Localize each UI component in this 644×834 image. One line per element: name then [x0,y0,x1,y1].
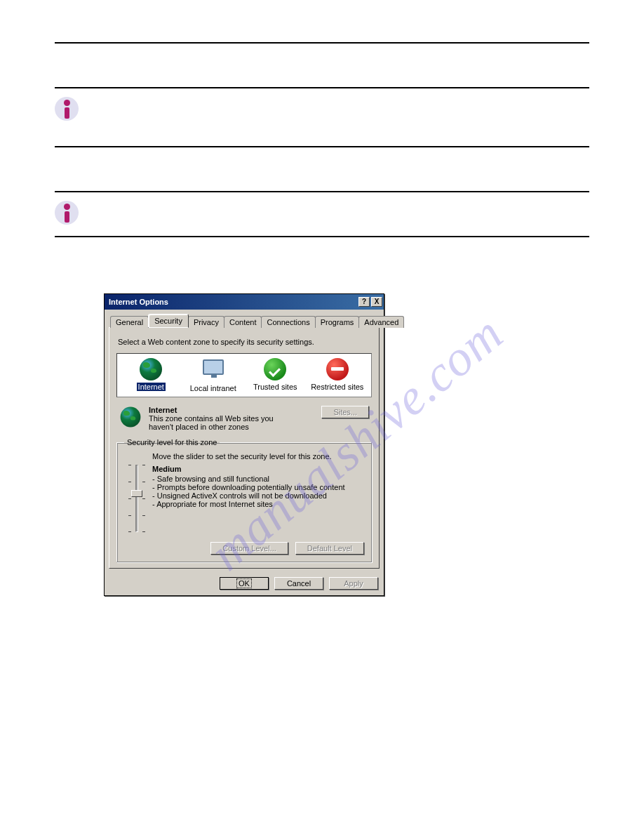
zone-local-intranet[interactable]: Local intranet [185,358,241,392]
ok-button[interactable]: OK [220,577,269,590]
dialog-title: Internet Options [109,298,357,306]
tab-content[interactable]: Content [224,316,262,328]
apply-button[interactable]: Apply [329,577,378,590]
titlebar: Internet Options ? X [105,294,384,310]
default-level-button[interactable]: Default Level [295,542,364,555]
tab-general[interactable]: General [110,316,149,328]
tab-privacy[interactable]: Privacy [188,316,224,328]
tab-security[interactable]: Security [148,314,189,327]
tab-connections[interactable]: Connections [261,316,315,328]
slider-thumb[interactable] [131,490,142,497]
security-level-group: Security level for this zone Move the sl… [116,438,372,562]
security-pane: Select a Web content zone to specify its… [109,327,380,569]
level-point: Appropriate for most Internet sites [152,500,364,508]
zone-internet[interactable]: Internet [123,358,179,392]
stop-icon [326,358,349,380]
info-icon [55,201,79,225]
level-point: Unsigned ActiveX controls will not be do… [152,491,364,500]
security-level-slider[interactable] [124,465,148,532]
monitor-icon [203,359,224,375]
zone-label: Trusted sites [253,383,297,391]
custom-level-button[interactable]: Custom Level... [210,542,288,555]
zone-instruction: Select a Web content zone to specify its… [118,338,372,346]
globe-icon [140,358,162,380]
info-note-1 [55,88,589,146]
tab-advanced[interactable]: Advanced [358,316,404,328]
level-title: Medium [152,465,364,473]
level-points: Safe browsing and still functional Promp… [152,475,364,508]
dialog-buttons: OK Cancel Apply [105,573,384,595]
cancel-button[interactable]: Cancel [274,577,323,590]
zone-title: Internet [149,406,321,414]
info-icon [55,97,79,121]
close-button[interactable]: X [371,297,382,307]
zone-list: Internet Local intranet Trusted sites Re… [116,353,372,397]
help-button[interactable]: ? [358,297,370,307]
sites-button[interactable]: Sites... [321,406,369,418]
zone-label: Local intranet [190,384,236,392]
group-hint: Move the slider to set the security leve… [152,452,364,461]
zone-trusted-sites[interactable]: Trusted sites [247,358,303,392]
group-legend: Security level for this zone [124,438,220,446]
zone-label: Restricted sites [311,383,363,391]
zone-header: Internet This zone contains all Web site… [119,406,369,431]
tab-programs[interactable]: Programs [315,316,360,328]
internet-options-dialog: Internet Options ? X General Security Pr… [104,293,384,596]
zone-restricted-sites[interactable]: Restricted sites [309,358,365,392]
info-note-2 [55,192,589,236]
zone-desc: This zone contains all Web sites you hav… [149,414,289,431]
level-point: Prompts before downloading potentially u… [152,483,364,491]
zone-label: Internet [137,383,166,391]
tabstrip: General Security Privacy Content Connect… [105,310,384,327]
check-icon [264,358,286,380]
globe-icon [121,407,141,428]
level-point: Safe browsing and still functional [152,475,364,483]
